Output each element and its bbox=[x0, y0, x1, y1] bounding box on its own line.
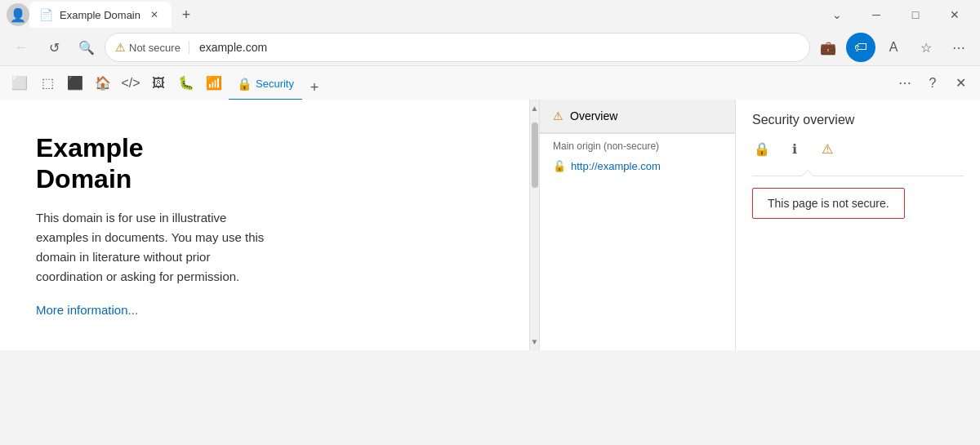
nav-bar: ← ↺ 🔍 ⚠ Not secure example.com 💼 🏷 A ☆ ⋯ bbox=[0, 29, 980, 65]
new-tab-button[interactable]: + bbox=[175, 3, 198, 26]
debug-icon[interactable]: 🐛 bbox=[173, 70, 199, 96]
more-button[interactable]: ⋯ bbox=[944, 33, 973, 62]
inspector-icon[interactable]: ⬜ bbox=[7, 70, 33, 96]
home-icon[interactable]: 🏠 bbox=[90, 70, 116, 96]
active-tab[interactable]: 📄 Example Domain ✕ bbox=[29, 2, 172, 28]
devtools-help-button[interactable]: ? bbox=[920, 70, 946, 96]
tab-close-button[interactable]: ✕ bbox=[147, 7, 162, 22]
search-button[interactable]: 🔍 bbox=[72, 33, 101, 62]
scrollbar-thumb[interactable] bbox=[532, 122, 538, 188]
address-bar[interactable]: ⚠ Not secure example.com bbox=[105, 33, 810, 62]
not-secure-text: Not secure bbox=[129, 42, 180, 54]
overview-warning-icon: ⚠ bbox=[553, 109, 564, 122]
scrollbar-up-button[interactable]: ▲ bbox=[530, 101, 540, 114]
user-avatar[interactable]: 👤 bbox=[7, 3, 29, 26]
coupon-button[interactable]: 🏷 bbox=[846, 33, 875, 62]
not-secure-message-text: This page is not secure. bbox=[768, 197, 889, 210]
security-icons-row: 🔒 ℹ ⚠ bbox=[752, 139, 964, 158]
webpage-content: Example Domain This domain is for use in… bbox=[0, 100, 529, 350]
minimize-button[interactable]: ─ bbox=[858, 2, 895, 28]
security-tab-label: Security bbox=[256, 78, 294, 90]
devtools-more-button[interactable]: ⋯ bbox=[892, 70, 918, 96]
title-bar: 👤 📄 Example Domain ✕ + ⌄ ─ □ ✕ bbox=[0, 0, 980, 29]
tab-bar: 📄 Example Domain ✕ + bbox=[29, 2, 818, 28]
devtools-toolbar: ⬜ ⬚ ⬛ 🏠 </> 🖼 🐛 📶 🔒 Security + ⋯ ? ✕ bbox=[0, 65, 980, 100]
not-secure-message-box: This page is not secure. bbox=[752, 188, 905, 219]
pointer-triangle bbox=[801, 170, 814, 176]
scrollbar-track bbox=[530, 114, 540, 336]
origin-item[interactable]: 🔓 http://example.com bbox=[540, 155, 735, 177]
signal-icon[interactable]: 📶 bbox=[201, 70, 227, 96]
webpage-title: Example Domain bbox=[36, 132, 493, 195]
title-bar-left: 👤 bbox=[7, 3, 29, 26]
tab-security[interactable]: 🔒 Security bbox=[229, 69, 302, 100]
main-area: Example Domain This domain is for use in… bbox=[0, 100, 980, 350]
back-button[interactable]: ← bbox=[7, 33, 36, 62]
security-divider bbox=[752, 176, 964, 176]
sidebar-section-label: Main origin (non-secure) bbox=[540, 134, 735, 155]
origin-url: http://example.com bbox=[571, 160, 661, 172]
add-tab-button[interactable]: + bbox=[302, 76, 327, 100]
maximize-button[interactable]: □ bbox=[897, 2, 934, 28]
briefcase-button[interactable]: 💼 bbox=[813, 33, 843, 62]
webpage-title-line1: Example bbox=[36, 133, 144, 162]
security-tab-icon: 🔒 bbox=[237, 77, 252, 91]
window-controls: ⌄ ─ □ ✕ bbox=[818, 2, 973, 28]
favorites-button[interactable]: ☆ bbox=[911, 33, 941, 62]
font-button[interactable]: A bbox=[879, 33, 908, 62]
devtools-close-button[interactable]: ✕ bbox=[947, 70, 973, 96]
chevron-down-button[interactable]: ⌄ bbox=[818, 2, 856, 28]
drawer-icon[interactable]: ⬛ bbox=[62, 70, 88, 96]
security-panel: ⚠ Overview Main origin (non-secure) 🔓 ht… bbox=[540, 100, 980, 350]
more-information-link[interactable]: More information... bbox=[36, 303, 138, 317]
avatar-icon: 👤 bbox=[10, 7, 26, 23]
webpage-body-text: This domain is for use in illustrative e… bbox=[36, 208, 265, 287]
tab-page-icon: 📄 bbox=[39, 8, 53, 21]
source-icon[interactable]: </> bbox=[118, 70, 144, 96]
refresh-button[interactable]: ↺ bbox=[39, 33, 69, 62]
lock-security-icon[interactable]: 🔒 bbox=[752, 139, 772, 158]
network-icon[interactable]: 🖼 bbox=[145, 70, 172, 96]
close-button[interactable]: ✕ bbox=[936, 2, 973, 28]
security-main: Security overview 🔒 ℹ ⚠ This page is not… bbox=[736, 100, 980, 350]
console-icon[interactable]: ⬚ bbox=[34, 70, 60, 96]
not-secure-badge: ⚠ Not secure bbox=[115, 41, 189, 54]
warning-security-icon[interactable]: ⚠ bbox=[817, 139, 837, 158]
address-url: example.com bbox=[199, 41, 267, 54]
overview-label: Overview bbox=[570, 109, 617, 122]
scrollbar[interactable]: ▲ ▼ bbox=[529, 100, 539, 350]
scrollbar-down-button[interactable]: ▼ bbox=[530, 336, 540, 349]
devtools-right-buttons: ⋯ ? ✕ bbox=[892, 70, 973, 96]
origin-lock-icon: 🔓 bbox=[553, 160, 566, 172]
security-sidebar: ⚠ Overview Main origin (non-secure) 🔓 ht… bbox=[540, 100, 736, 350]
info-security-icon[interactable]: ℹ bbox=[785, 139, 804, 158]
devtools-tabs: 🔒 Security + bbox=[229, 66, 890, 100]
tab-title: Example Domain bbox=[60, 9, 140, 21]
security-overview-title: Security overview bbox=[752, 113, 964, 127]
webpage-title-line2: Domain bbox=[36, 164, 131, 194]
warning-icon: ⚠ bbox=[115, 41, 126, 54]
devtools-panel: ⚠ Overview Main origin (non-secure) 🔓 ht… bbox=[539, 100, 980, 350]
overview-sidebar-item[interactable]: ⚠ Overview bbox=[540, 100, 735, 133]
nav-right-buttons: 💼 🏷 A ☆ ⋯ bbox=[813, 33, 973, 62]
